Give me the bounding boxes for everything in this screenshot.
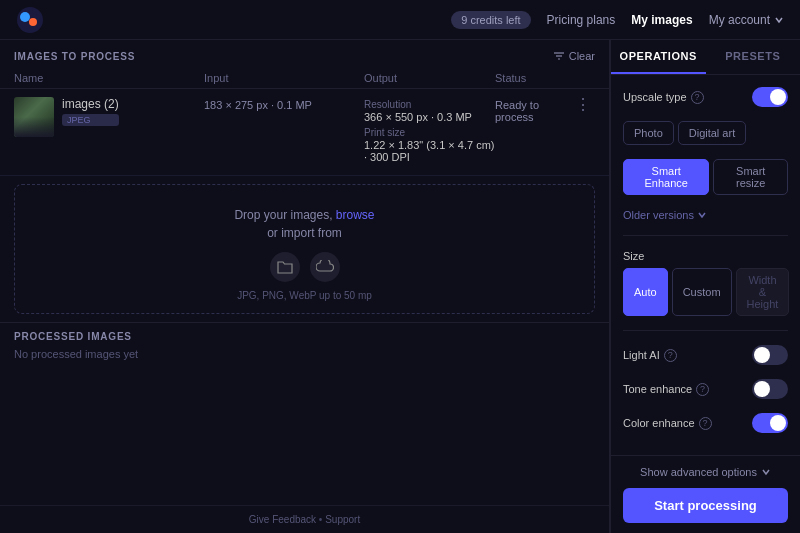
col-actions xyxy=(575,72,595,84)
svg-point-2 xyxy=(29,18,37,26)
output-cell: Resolution 366 × 550 px · 0.3 MP Print s… xyxy=(364,97,495,167)
resolution-label: Resolution xyxy=(364,99,495,110)
cloud-import-button[interactable] xyxy=(310,252,340,282)
col-name: Name xyxy=(14,72,204,84)
right-bottom: Show advanced options Start processing xyxy=(611,455,800,533)
filter-icon xyxy=(553,51,565,61)
file-types-label: JPG, PNG, WebP up to 50 mp xyxy=(237,290,372,301)
tone-enhance-row: Tone enhance ? xyxy=(623,379,788,399)
drop-zone[interactable]: Drop your images, browse or import from … xyxy=(14,184,595,314)
row-menu-button[interactable]: ⋮ xyxy=(575,97,595,113)
table-row: images (2) JPEG 183 × 275 px · 0.1 MP Re… xyxy=(0,89,609,176)
my-images-link[interactable]: My images xyxy=(631,13,692,27)
drop-text: Drop your images, browse or import from xyxy=(234,206,374,242)
show-advanced-label: Show advanced options xyxy=(640,466,757,478)
print-label: Print size xyxy=(364,127,495,138)
app-logo xyxy=(16,6,44,34)
tone-enhance-label-text: Tone enhance xyxy=(623,383,692,395)
light-ai-row: Light AI ? xyxy=(623,345,788,365)
smart-resize-option[interactable]: Smart resize xyxy=(713,159,788,195)
resolution-value: 366 × 550 px · 0.3 MP xyxy=(364,111,495,123)
right-panel: OPERATIONS PRESETS Upscale type ? Photo … xyxy=(610,40,800,533)
show-advanced-toggle[interactable]: Show advanced options xyxy=(623,466,788,478)
browse-link[interactable]: browse xyxy=(336,208,375,222)
light-ai-toggle[interactable] xyxy=(752,345,788,365)
chevron-down-icon xyxy=(761,468,771,476)
size-custom-option[interactable]: Custom xyxy=(672,268,732,316)
upscale-help-icon[interactable]: ? xyxy=(691,91,704,104)
color-enhance-label: Color enhance ? xyxy=(623,417,712,430)
color-enhance-row: Color enhance ? xyxy=(623,413,788,433)
footer: Give Feedback • Support xyxy=(0,505,609,533)
photo-option[interactable]: Photo xyxy=(623,121,674,145)
or-import-text: or import from xyxy=(267,226,342,240)
image-name-info: images (2) JPEG xyxy=(62,97,119,126)
cloud-icon xyxy=(316,260,334,274)
footer-separator: • xyxy=(319,514,323,525)
light-ai-help-icon[interactable]: ? xyxy=(664,349,677,362)
status-badge: Ready to process xyxy=(495,97,575,123)
main-layout: IMAGES TO PROCESS Clear Name Input Outpu… xyxy=(0,40,800,533)
light-ai-label: Light AI ? xyxy=(623,349,677,362)
import-icons xyxy=(270,252,340,282)
chevron-down-icon xyxy=(697,211,707,219)
color-enhance-label-text: Color enhance xyxy=(623,417,695,429)
table-header: Name Input Output Status xyxy=(0,68,609,89)
col-output: Output xyxy=(364,72,495,84)
smart-enhance-option[interactable]: Smart Enhance xyxy=(623,159,709,195)
clear-label: Clear xyxy=(569,50,595,62)
size-auto-option[interactable]: Auto xyxy=(623,268,668,316)
older-versions-label: Older versions xyxy=(623,209,694,221)
tab-operations[interactable]: OPERATIONS xyxy=(611,40,706,74)
account-label: My account xyxy=(709,13,770,27)
image-type-group: Photo Digital art xyxy=(623,121,788,145)
color-enhance-toggle[interactable] xyxy=(752,413,788,433)
col-status: Status xyxy=(495,72,575,84)
col-input: Input xyxy=(204,72,364,84)
tone-enhance-help-icon[interactable]: ? xyxy=(696,383,709,396)
processed-title: PROCESSED IMAGES xyxy=(14,331,595,342)
account-menu[interactable]: My account xyxy=(709,13,784,27)
print-value: 1.22 × 1.83" (3.1 × 4.7 cm) · 300 DPI xyxy=(364,139,495,163)
file-type-tag: JPEG xyxy=(62,114,119,126)
folder-import-button[interactable] xyxy=(270,252,300,282)
left-panel: IMAGES TO PROCESS Clear Name Input Outpu… xyxy=(0,40,610,533)
upscale-type-row: Upscale type ? xyxy=(623,87,788,107)
feedback-link[interactable]: Give Feedback xyxy=(249,514,316,525)
folder-icon xyxy=(277,260,293,274)
ops-content: Upscale type ? Photo Digital art Smart E… xyxy=(611,75,800,455)
support-link[interactable]: Support xyxy=(325,514,360,525)
top-nav: 9 credits left Pricing plans My images M… xyxy=(0,0,800,40)
size-group: Auto Custom Width & Height xyxy=(623,268,788,316)
drop-label: Drop your images, xyxy=(234,208,332,222)
image-name-cell: images (2) JPEG xyxy=(14,97,204,137)
enhance-type-group: Smart Enhance Smart resize xyxy=(623,159,788,195)
pricing-link[interactable]: Pricing plans xyxy=(547,13,616,27)
ops-tabs: OPERATIONS PRESETS xyxy=(611,40,800,75)
processed-section: PROCESSED IMAGES No processed images yet xyxy=(0,322,609,368)
clear-button[interactable]: Clear xyxy=(553,50,595,62)
upscale-label-text: Upscale type xyxy=(623,91,687,103)
image-thumbnail xyxy=(14,97,54,137)
images-section-header: IMAGES TO PROCESS Clear xyxy=(0,40,609,68)
color-enhance-help-icon[interactable]: ? xyxy=(699,417,712,430)
credits-badge: 9 credits left xyxy=(451,11,530,29)
image-filename: images (2) xyxy=(62,97,119,111)
start-processing-button[interactable]: Start processing xyxy=(623,488,788,523)
svg-point-1 xyxy=(20,12,30,22)
size-wh-option[interactable]: Width & Height xyxy=(736,268,790,316)
upscale-toggle[interactable] xyxy=(752,87,788,107)
chevron-down-icon xyxy=(774,15,784,25)
older-versions-toggle[interactable]: Older versions xyxy=(623,209,788,221)
tone-enhance-label: Tone enhance ? xyxy=(623,383,709,396)
input-dimensions: 183 × 275 px · 0.1 MP xyxy=(204,97,364,111)
divider-2 xyxy=(623,330,788,331)
images-section-title: IMAGES TO PROCESS xyxy=(14,51,135,62)
no-processed-text: No processed images yet xyxy=(14,348,595,360)
digital-art-option[interactable]: Digital art xyxy=(678,121,746,145)
tone-enhance-toggle[interactable] xyxy=(752,379,788,399)
divider-1 xyxy=(623,235,788,236)
upscale-label: Upscale type ? xyxy=(623,91,704,104)
tab-presets[interactable]: PRESETS xyxy=(706,40,801,74)
light-ai-label-text: Light AI xyxy=(623,349,660,361)
